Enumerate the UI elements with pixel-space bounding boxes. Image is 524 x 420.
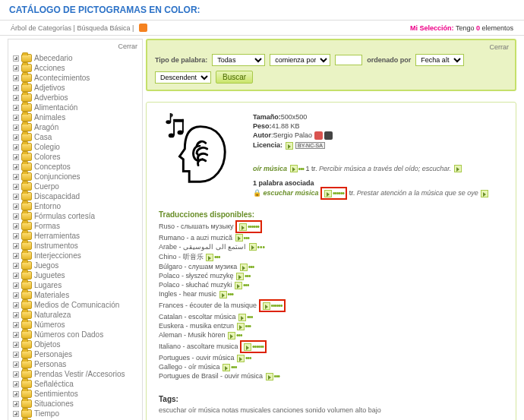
expand-icon[interactable] xyxy=(13,75,19,81)
expand-icon[interactable] xyxy=(13,342,19,348)
category-item[interactable]: Casa xyxy=(13,132,137,142)
play-icon[interactable] xyxy=(236,273,244,280)
rss-icon[interactable] xyxy=(139,24,147,32)
expand-icon[interactable] xyxy=(13,194,19,200)
play-icon[interactable] xyxy=(290,165,298,172)
category-item[interactable]: Señaléctica xyxy=(13,379,137,389)
category-item[interactable]: Herramientas xyxy=(13,231,137,241)
category-item[interactable]: Cuerpo xyxy=(13,182,137,191)
category-item[interactable]: Conjunciones xyxy=(13,172,137,182)
expand-icon[interactable] xyxy=(13,401,19,407)
category-item[interactable]: Materiales xyxy=(13,290,137,300)
expand-icon[interactable] xyxy=(13,253,19,259)
category-item[interactable]: Acciones xyxy=(13,63,137,73)
play-icon[interactable] xyxy=(249,243,257,251)
expand-icon[interactable] xyxy=(13,204,19,210)
category-item[interactable]: Medios de Comunicación xyxy=(13,300,137,310)
play-icon[interactable] xyxy=(235,234,243,242)
play-icon[interactable] xyxy=(454,165,462,172)
searchbar-close[interactable]: Cerrar xyxy=(489,43,509,51)
category-item[interactable]: Juguetes xyxy=(13,270,137,280)
category-item[interactable]: Instrumentos xyxy=(13,241,137,251)
category-item[interactable]: Colegio xyxy=(13,142,137,152)
category-item[interactable]: Aragón xyxy=(13,122,137,132)
expand-icon[interactable] xyxy=(13,85,19,91)
category-item[interactable]: Situaciones xyxy=(13,399,137,409)
query-input[interactable] xyxy=(335,55,362,65)
expand-icon[interactable] xyxy=(13,273,19,279)
expand-icon[interactable] xyxy=(13,65,19,71)
play-icon[interactable] xyxy=(324,190,332,197)
expand-icon[interactable] xyxy=(13,105,19,111)
category-item[interactable]: Abecedario xyxy=(13,53,137,63)
category-item[interactable]: Sentimientos xyxy=(13,389,137,399)
play-icon[interactable] xyxy=(228,332,235,339)
expand-icon[interactable] xyxy=(13,213,19,219)
category-item[interactable]: Animales xyxy=(13,112,137,122)
category-item[interactable]: Fórmulas cortesía xyxy=(13,211,137,221)
category-item[interactable]: Personajes xyxy=(13,349,137,359)
expand-icon[interactable] xyxy=(13,184,19,190)
expand-icon[interactable] xyxy=(13,154,19,160)
play-icon[interactable] xyxy=(237,355,245,362)
play-icon[interactable] xyxy=(238,314,246,321)
expand-icon[interactable] xyxy=(13,233,19,239)
tree-link[interactable]: Árbol de Categorías xyxy=(11,24,71,32)
play-icon[interactable] xyxy=(206,254,213,261)
expand-icon[interactable] xyxy=(13,243,19,249)
my-selection[interactable]: Mi Selección: Tengo 0 elementos xyxy=(410,24,513,32)
category-item[interactable]: Entorno xyxy=(13,201,137,211)
play-icon[interactable] xyxy=(219,291,227,298)
category-item[interactable]: Objetos xyxy=(13,339,137,349)
expand-icon[interactable] xyxy=(13,223,19,229)
expand-icon[interactable] xyxy=(13,115,19,121)
play-icon[interactable] xyxy=(244,343,251,351)
expand-icon[interactable] xyxy=(13,352,19,358)
expand-icon[interactable] xyxy=(13,411,19,417)
expand-icon[interactable] xyxy=(13,381,19,387)
expand-icon[interactable] xyxy=(13,283,19,289)
expand-icon[interactable] xyxy=(13,95,19,101)
order-field-select[interactable]: Fecha alta xyxy=(415,54,464,66)
category-item[interactable]: Naturaleza xyxy=(13,310,137,320)
order-dir-select[interactable]: Descendente xyxy=(155,71,211,84)
match-select[interactable]: comienza por xyxy=(270,54,330,66)
category-item[interactable]: Adjetivos xyxy=(13,83,137,93)
expand-icon[interactable] xyxy=(13,144,19,150)
expand-icon[interactable] xyxy=(13,302,19,308)
category-item[interactable]: Formas xyxy=(13,221,137,231)
category-item[interactable]: Personas xyxy=(13,359,137,369)
category-item[interactable]: Prendas Vestir /Accesorios xyxy=(13,369,137,379)
category-item[interactable]: Conceptos xyxy=(13,162,137,172)
play-icon[interactable] xyxy=(223,364,230,371)
expand-icon[interactable] xyxy=(13,371,19,377)
category-item[interactable]: Alimentación xyxy=(13,103,137,112)
play-icon[interactable] xyxy=(481,190,488,197)
category-item[interactable]: Números xyxy=(13,320,137,330)
category-item[interactable]: Discapacidad xyxy=(13,191,137,201)
expand-icon[interactable] xyxy=(13,134,19,141)
play-icon[interactable] xyxy=(240,264,248,271)
expand-icon[interactable] xyxy=(13,322,19,328)
expand-icon[interactable] xyxy=(13,263,19,269)
category-item[interactable]: Acontecimientos xyxy=(13,73,137,83)
category-item[interactable]: Juegos xyxy=(13,261,137,270)
expand-icon[interactable] xyxy=(13,164,19,170)
category-item[interactable]: Tiempo xyxy=(13,409,137,418)
word-type-select[interactable]: Todas xyxy=(212,54,265,66)
category-item[interactable]: Adverbios xyxy=(13,93,137,103)
expand-icon[interactable] xyxy=(13,55,19,62)
sidebar-close[interactable]: Cerrar xyxy=(118,43,137,50)
expand-icon[interactable] xyxy=(13,332,19,338)
expand-icon[interactable] xyxy=(13,174,19,180)
expand-icon[interactable] xyxy=(13,125,19,131)
play-icon[interactable] xyxy=(266,373,273,381)
play-icon[interactable] xyxy=(239,223,247,231)
search-button[interactable]: Buscar xyxy=(216,71,253,84)
basic-search-link[interactable]: Búsqueda Básica xyxy=(77,24,130,32)
category-item[interactable]: Interjecciones xyxy=(13,251,137,261)
expand-icon[interactable] xyxy=(13,391,19,397)
category-item[interactable]: Colores xyxy=(13,152,137,162)
play-icon[interactable] xyxy=(263,302,270,310)
sound-icon[interactable] xyxy=(286,142,293,150)
